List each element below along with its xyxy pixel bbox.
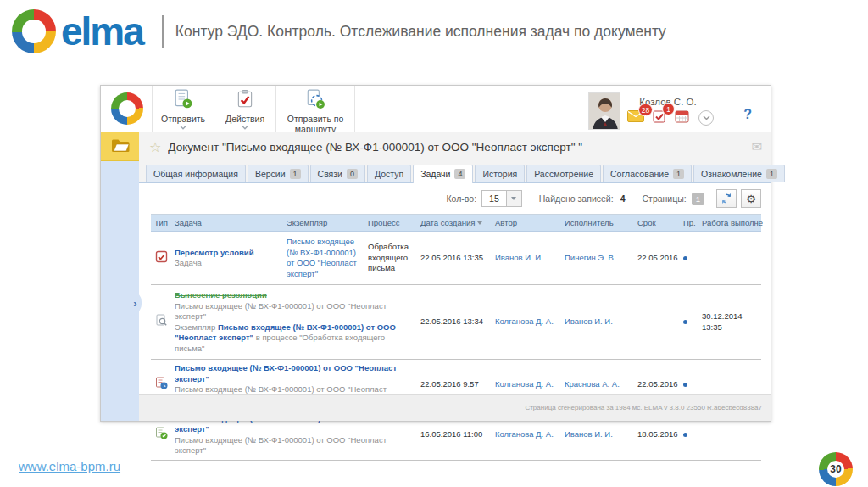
toolbar-user-area: Козлов С. О. 28 1 <box>588 86 771 132</box>
author-link[interactable]: Колганова Д. А. <box>495 379 554 389</box>
tabs-bar: Общая информация Версии1 Связи0 Доступ З… <box>139 161 771 183</box>
tab-versions[interactable]: Версии1 <box>248 165 309 182</box>
found-count: 4 <box>620 193 626 204</box>
send-by-route-label: Отправить по маршруту <box>285 114 346 134</box>
page-size-select[interactable]: 15 <box>481 190 522 207</box>
col-due[interactable]: Срок <box>634 215 680 231</box>
user-menu-button[interactable] <box>698 110 714 126</box>
route-document-icon <box>305 89 326 113</box>
col-work-done[interactable]: Работа выполнена <box>698 215 763 231</box>
col-task[interactable]: Задача <box>171 215 283 231</box>
tab-history[interactable]: История <box>475 165 525 182</box>
page-number: 30 <box>819 452 853 486</box>
current-page-badge[interactable]: 1 <box>692 193 704 205</box>
envelope-icon[interactable]: ✉ <box>751 139 762 154</box>
col-type[interactable]: Тип <box>151 215 171 231</box>
tab-tasks[interactable]: Задачи4 <box>413 165 473 183</box>
done-doc-type-icon <box>155 427 168 443</box>
executor-link[interactable]: Пинегин Э. В. <box>565 253 615 262</box>
col-executor[interactable]: Исполнитель <box>561 215 634 231</box>
slide-header: elma Контур ЭДО. Контроль. Отслеживание … <box>12 7 666 56</box>
list-controls: Кол-во: 15 Найдено записей: 4 Страницы: … <box>151 188 761 209</box>
due-date: 18.05.2016 <box>634 426 680 444</box>
executor-link[interactable]: Иванов И. И. <box>565 316 613 326</box>
table-row[interactable]: Пересмотр условийЗадача Письмо входящее … <box>151 232 761 285</box>
col-priority[interactable]: Пр. <box>680 215 698 231</box>
sort-desc-icon <box>477 221 482 225</box>
actions-button[interactable]: Действия <box>214 86 275 132</box>
tab-links[interactable]: Связи0 <box>310 165 365 182</box>
documents-section-button[interactable] <box>101 132 139 161</box>
messages-count-badge: 28 <box>638 104 653 116</box>
send-button[interactable]: Отправить <box>153 86 214 132</box>
tab-label: Ознакомление <box>701 169 762 179</box>
work-done-date: 30.12.2014 13:35 <box>698 306 763 338</box>
tasks-table: Тип Задача Экземпляр Процесс Дата создан… <box>151 214 761 461</box>
toolbar: Отправить Действия Отправить по маршруту… <box>101 86 771 132</box>
completed-task-title[interactable]: Вынесение резолюции <box>175 290 267 299</box>
tab-acquaintance[interactable]: Ознакомление1 <box>693 165 785 182</box>
tasks-button[interactable]: 1 <box>653 109 666 126</box>
elma-wordmark: elma <box>61 12 143 51</box>
page-number-badge: 30 <box>819 452 853 486</box>
task-link[interactable]: Пересмотр условий <box>175 248 253 257</box>
send-document-icon <box>173 89 193 113</box>
tab-access[interactable]: Доступ <box>367 165 411 182</box>
task-description: Письмо входящее (№ ВХ-Ф1-000001) от ООО … <box>175 301 387 322</box>
table-row[interactable]: Вынесение резолюции Письмо входящее (№ В… <box>151 285 761 360</box>
tasks-panel: Кол-во: 15 Найдено записей: 4 Страницы: … <box>139 183 771 394</box>
elma-logo-icon <box>12 9 56 53</box>
refresh-icon <box>721 193 732 204</box>
due-date <box>634 317 680 327</box>
executor-link[interactable]: Краснова А. А. <box>565 379 620 389</box>
calendar-button[interactable] <box>675 109 690 126</box>
author-link[interactable]: Колганова Д. А. <box>495 316 554 326</box>
created-date: 16.05.2016 11:00 <box>417 426 492 444</box>
settings-button[interactable]: ⚙ <box>741 189 761 208</box>
col-process[interactable]: Процесс <box>364 215 417 231</box>
instance-link[interactable]: Письмо входящее (№ ВХ-Ф1-000001) от ООО … <box>287 237 357 278</box>
count-label: Кол-во: <box>446 193 476 204</box>
left-navigation-strip: › <box>101 132 139 421</box>
col-created[interactable]: Дата создания <box>417 215 492 231</box>
executor-link[interactable]: Иванов И. И. <box>565 429 613 439</box>
found-label: Найдено записей: <box>539 193 614 204</box>
slide-title: Контур ЭДО. Контроль. Отслеживание испол… <box>175 23 666 41</box>
process-name: Обработка входящего письма <box>364 237 417 279</box>
document-title: Документ "Письмо входящее (№ ВХ-Ф1-00000… <box>168 141 582 154</box>
task-link[interactable]: Письмо входящее (№ ВХ-Ф1-000001) от ООО … <box>175 363 397 383</box>
user-avatar[interactable] <box>588 92 620 130</box>
chevron-right-icon: › <box>133 297 136 310</box>
priority-dot <box>683 320 687 324</box>
priority-dot <box>683 256 687 260</box>
send-by-route-button[interactable]: Отправить по маршруту <box>276 86 354 132</box>
tab-general[interactable]: Общая информация <box>146 165 246 182</box>
due-date: 22.05.2016 <box>634 376 680 394</box>
col-author[interactable]: Автор <box>492 215 561 231</box>
work-done-date <box>698 253 763 263</box>
task-subtitle: Письмо входящее (№ ВХ-Ф1-000001) от ООО … <box>175 435 387 456</box>
tab-label: Связи <box>318 169 342 179</box>
priority-dot <box>683 433 687 437</box>
site-link[interactable]: www.elma-bpm.ru <box>19 459 120 473</box>
tab-label: Доступ <box>375 169 403 179</box>
refresh-button[interactable] <box>716 189 737 208</box>
task-subtitle: Задача <box>175 258 202 267</box>
document-titlebar: ☆ Документ "Письмо входящее (№ ВХ-Ф1-000… <box>139 132 771 161</box>
tab-approval[interactable]: Согласование1 <box>603 165 692 182</box>
page-size-value: 15 <box>482 193 506 204</box>
window-footer: Страница сгенерирована за 1984 мс. ELMA … <box>139 394 771 421</box>
chevron-down-icon <box>173 126 193 130</box>
messages-button[interactable]: 28 <box>627 110 644 126</box>
author-link[interactable]: Иванов И. И. <box>495 253 543 262</box>
col-instance[interactable]: Экземпляр <box>283 215 364 231</box>
favorite-star-icon[interactable]: ☆ <box>149 139 161 155</box>
author-link[interactable]: Колганова Д. А. <box>495 429 554 439</box>
gear-icon: ⚙ <box>746 193 756 204</box>
help-button[interactable]: ? <box>732 95 764 122</box>
send-button-label: Отправить <box>161 114 205 124</box>
actions-button-label: Действия <box>225 114 264 124</box>
review-type-icon <box>155 314 168 330</box>
tab-label: История <box>482 169 517 179</box>
tab-review[interactable]: Рассмотрение <box>526 165 601 182</box>
